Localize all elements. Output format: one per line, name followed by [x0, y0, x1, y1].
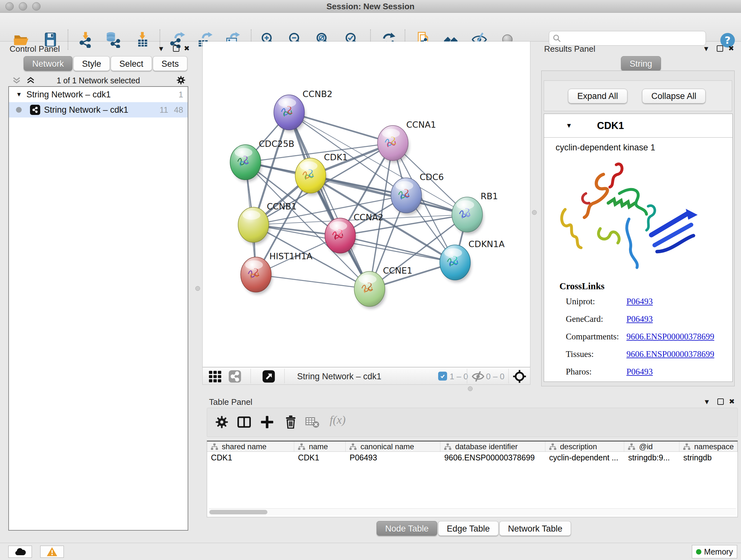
panel-menu-button[interactable]: ▼ — [703, 398, 711, 406]
tab-edge-table[interactable]: Edge Table — [438, 521, 498, 536]
network-graph[interactable]: CCNB2CCNA1CDC25BCDK1CDC6RB1CCNB1CCNA2CDK… — [203, 42, 531, 367]
birds-eye-view-button[interactable] — [262, 370, 275, 383]
panel-menu-button[interactable]: ▼ — [158, 45, 165, 52]
column-header-shared-name[interactable]: shared name — [207, 442, 294, 451]
node-label-CCNA1: CCNA1 — [406, 120, 436, 130]
left-splitter-handle[interactable] — [195, 286, 200, 291]
crosslink-label: Tissues: — [566, 349, 626, 359]
crosslink-label: Pharos: — [566, 367, 626, 377]
close-panel-button[interactable]: ✖ — [729, 398, 735, 405]
collection-expand-icon[interactable]: ▼ — [16, 91, 22, 98]
delete-column-button[interactable] — [284, 415, 298, 429]
network-canvas[interactable]: CCNB2CCNA1CDC25BCDK1CDC6RB1CCNB1CCNA2CDK… — [202, 42, 530, 367]
plus-icon — [260, 415, 274, 429]
warning-icon — [46, 546, 58, 557]
columns-icon — [237, 415, 251, 429]
gear-icon — [176, 75, 186, 85]
table-cell[interactable]: CDK1 — [294, 452, 346, 463]
network-row-selected[interactable]: String Network – cdk1 11 48 — [9, 102, 188, 118]
add-column-button[interactable] — [260, 415, 274, 429]
network-view-toolbar: String Network – cdk1 1 – 0 0 – 0 — [202, 367, 530, 385]
column-header-database-identifier[interactable]: database identifier — [441, 442, 545, 451]
toolbar-separator — [467, 369, 467, 383]
main-toolbar: ? — [0, 13, 741, 42]
fit-selection-button[interactable] — [513, 370, 526, 383]
network-options-gear-button[interactable] — [176, 75, 186, 86]
node-label-RB1: RB1 — [481, 191, 498, 201]
application-window: Session: New Session — [0, 0, 741, 560]
right-splitter-handle[interactable] — [532, 210, 537, 215]
close-panel-button[interactable]: ✖ — [184, 45, 190, 52]
tab-select[interactable]: Select — [111, 56, 152, 71]
table-cell[interactable]: stringdb:9... — [624, 452, 679, 463]
show-columns-button[interactable] — [237, 415, 251, 429]
grid-view-button[interactable] — [208, 370, 222, 383]
crosslink-link[interactable]: P06493 — [626, 314, 653, 324]
table-cell[interactable]: 9606.ENSP00000378699 — [441, 452, 545, 463]
gene-name: CDK1 — [597, 120, 624, 132]
network-view-share-button[interactable] — [228, 370, 242, 383]
collapse-all-button[interactable]: Collapse All — [642, 89, 705, 104]
results-content-box: ▼ CDK1 cyclin-dependent kinase 1 — [544, 114, 733, 382]
expand-all-button[interactable]: Expand All — [568, 89, 627, 104]
crosshair-icon — [513, 370, 526, 383]
node-label-HIST1H1A: HIST1H1A — [269, 251, 313, 261]
tab-sets[interactable]: Sets — [153, 56, 187, 71]
import-network-button[interactable] — [77, 31, 94, 48]
scrollbar-thumb[interactable] — [209, 510, 267, 514]
memory-button[interactable]: Memory — [692, 545, 737, 558]
crosslink-row: Pharos:P06493 — [566, 363, 732, 381]
panel-menu-button[interactable]: ▼ — [703, 45, 710, 52]
column-header-description[interactable]: description — [545, 442, 624, 451]
crosslink-row: Tissues:9606.ENSP00000378699 — [566, 346, 732, 363]
bottom-splitter-handle[interactable] — [468, 386, 473, 391]
network-label: String Network – cdk1 — [44, 105, 154, 115]
memory-label: Memory — [704, 547, 733, 557]
crosslink-link[interactable]: P06493 — [626, 367, 653, 377]
import-table-button[interactable] — [134, 31, 151, 48]
close-panel-button[interactable]: ✖ — [728, 45, 734, 52]
crosslink-row: Uniprot:P06493 — [566, 293, 732, 310]
table-options-gear-button[interactable] — [215, 415, 229, 429]
warning-status-button[interactable] — [40, 546, 64, 558]
window-title: Session: New Session — [0, 0, 741, 13]
search-icon — [552, 34, 561, 43]
gear-icon — [215, 415, 229, 429]
tab-network-table[interactable]: Network Table — [499, 521, 571, 536]
hidden-count: 0 – 0 — [486, 372, 504, 381]
network-node-count: 11 — [159, 105, 168, 115]
column-header-name[interactable]: name — [294, 442, 346, 451]
grid-icon — [208, 370, 222, 383]
table-cell[interactable]: cyclin-dependent ... — [545, 452, 624, 463]
gene-header-row[interactable]: ▼ CDK1 — [544, 114, 732, 138]
table-cell[interactable]: P06493 — [346, 452, 441, 463]
tab-string[interactable]: String — [621, 56, 661, 71]
selected-checkbox[interactable] — [438, 372, 447, 381]
import-database-button[interactable] — [105, 31, 122, 48]
network-tree: ▼ String Network – cdk1 1 String Network… — [8, 86, 188, 531]
crosslink-link[interactable]: 9606.ENSP00000378699 — [626, 332, 714, 341]
crosslink-label: Uniprot: — [566, 297, 626, 307]
table-row[interactable]: CDK1CDK1P064939606.ENSP00000378699cyclin… — [207, 452, 738, 463]
search-input[interactable] — [561, 32, 705, 45]
column-header-canonical-name[interactable]: canonical name — [346, 442, 441, 451]
table-cell[interactable]: CDK1 — [207, 452, 294, 463]
column-header-@id[interactable]: @id — [624, 442, 679, 451]
float-panel-button[interactable] — [718, 398, 724, 405]
table-horizontal-scrollbar[interactable] — [209, 508, 736, 515]
gene-expand-icon[interactable]: ▼ — [566, 122, 572, 129]
tab-network[interactable]: Network — [23, 56, 72, 71]
crosslink-link[interactable]: 9606.ENSP00000378699 — [626, 349, 714, 359]
float-panel-button[interactable] — [173, 45, 179, 52]
crosslink-link[interactable]: P06493 — [626, 297, 653, 307]
tab-style[interactable]: Style — [73, 56, 110, 71]
network-collection-row[interactable]: ▼ String Network – cdk1 1 — [9, 87, 188, 102]
share-icon — [228, 370, 242, 383]
database-icon — [105, 31, 122, 48]
float-panel-button[interactable] — [717, 45, 723, 52]
column-header-namespace[interactable]: namespace — [679, 442, 738, 451]
table-cell[interactable]: stringdb — [679, 452, 738, 463]
crosslink-row: Compartments:9606.ENSP00000378699 — [566, 328, 732, 346]
cloud-status-button[interactable] — [8, 546, 32, 558]
tab-node-table[interactable]: Node Table — [377, 521, 437, 536]
